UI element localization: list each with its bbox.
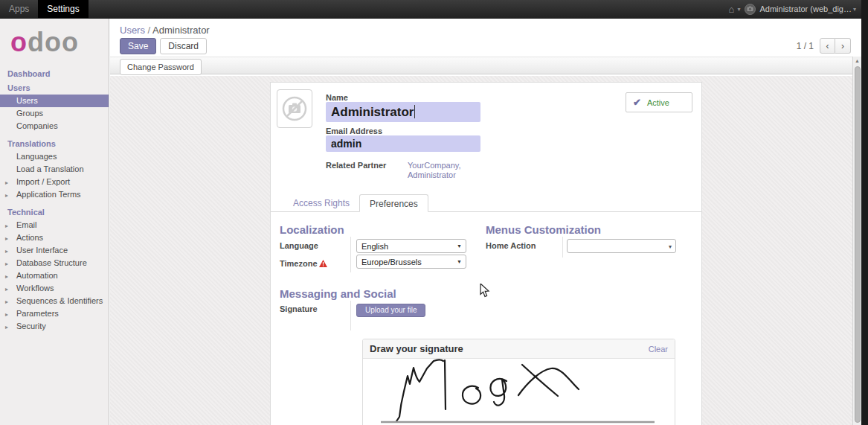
sidebar-item-dashboard[interactable]: Dashboard xyxy=(0,66,109,80)
menu-settings[interactable]: Settings xyxy=(38,0,88,18)
chevron-down-icon: ▾ xyxy=(669,243,672,250)
sidebar-section-translations[interactable]: Translations xyxy=(0,136,109,150)
chevron-right-icon: ▸ xyxy=(5,191,8,199)
scrollbar-thumb[interactable] xyxy=(855,66,861,423)
save-button[interactable]: Save xyxy=(120,38,156,54)
form-buttons: Save Discard xyxy=(120,38,207,54)
chevron-right-icon: ▸ xyxy=(5,323,8,331)
tab-preferences[interactable]: Preferences xyxy=(359,194,428,212)
chevron-right-icon: ▸ xyxy=(5,298,8,306)
sidebar-item-parameters[interactable]: ▸Parameters xyxy=(0,307,109,320)
sidebar-item-database-structure[interactable]: ▸Database Structure xyxy=(0,257,109,269)
sidebar-item-sequences-identifiers[interactable]: ▸Sequences & Identifiers xyxy=(0,295,109,307)
sidebar-item-application-terms[interactable]: ▸Application Terms xyxy=(0,188,109,201)
user-image-field[interactable] xyxy=(277,89,312,128)
systray: ⌂ ▾ Administrator (web_dig… ▾ xyxy=(729,0,868,18)
sidebar-item-user-interface[interactable]: ▸User Interface xyxy=(0,244,109,257)
user-menu[interactable]: Administrator (web_dig… xyxy=(759,4,852,13)
signature-label: Signature xyxy=(280,304,318,313)
chevron-right-icon: ▸ xyxy=(5,260,8,268)
email-input[interactable]: admin xyxy=(326,135,480,152)
upload-file-button[interactable]: Upload your file xyxy=(356,304,425,317)
form-view: Name Administrator Email Address admin R… xyxy=(110,76,861,425)
chevron-right-icon: ▸ xyxy=(5,285,8,293)
control-panel: Users / Administrator Save Discard 1 / 1… xyxy=(110,19,861,57)
timezone-select[interactable]: Europe/Brussels ▼ xyxy=(356,255,466,269)
text-cursor xyxy=(414,105,415,118)
name-label: Name xyxy=(326,93,348,102)
sidebar-item-email[interactable]: ▸Email xyxy=(0,219,109,231)
active-checkbox[interactable]: ✔ Active xyxy=(626,92,692,112)
related-partner-link[interactable]: YourCompany, Administrator xyxy=(408,161,479,180)
tab-access-rights[interactable]: Access Rights xyxy=(283,194,359,212)
warning-icon[interactable] xyxy=(319,257,327,270)
no-camera-icon xyxy=(281,95,308,122)
chevron-right-icon: ▸ xyxy=(5,310,8,319)
discard-button[interactable]: Discard xyxy=(160,38,207,54)
sidebar-item-companies[interactable]: Companies xyxy=(0,120,109,132)
name-input[interactable]: Administrator xyxy=(326,102,480,122)
top-menubar: Apps Settings ⌂ ▾ Administrator (web_dig… xyxy=(0,0,868,19)
pager-previous-button[interactable]: ‹ xyxy=(820,38,835,54)
chevron-right-icon: ▸ xyxy=(5,247,8,255)
select-arrow-icon: ▼ xyxy=(457,259,462,264)
app-window: Apps Settings ⌂ ▾ Administrator (web_dig… xyxy=(0,0,868,425)
sidebar-item-automation[interactable]: ▸Automation xyxy=(0,269,109,282)
group-separator xyxy=(350,237,351,272)
chevron-right-icon: ▸ xyxy=(5,234,8,243)
messaging-and-social-title: Messaging and Social xyxy=(280,287,396,300)
signature-panel-title: Draw your signature xyxy=(370,343,463,354)
notebook-tabs: Access Rights Preferences xyxy=(271,194,701,212)
sidebar-item-import-export[interactable]: ▸Import / Export xyxy=(0,176,109,188)
sidebar-menu: Dashboard Users Users Groups Companies T… xyxy=(0,66,109,333)
camera-icon xyxy=(747,6,753,12)
sidebar-section-users[interactable]: Users xyxy=(0,80,109,95)
signature-canvas[interactable] xyxy=(363,359,675,425)
menu-apps[interactable]: Apps xyxy=(0,0,38,18)
home-action-combo[interactable]: ▾ xyxy=(567,239,676,253)
signature-panel: Draw your signature Clear xyxy=(362,339,675,425)
main-area: Users / Administrator Save Discard 1 / 1… xyxy=(110,19,861,425)
sidebar-item-languages[interactable]: Languages xyxy=(0,150,109,163)
top-menu: Apps Settings xyxy=(0,0,89,18)
sidebar-item-load-a-translation[interactable]: Load a Translation xyxy=(0,163,109,176)
chevron-down-icon[interactable]: ▾ xyxy=(737,6,740,13)
form-sheet: Name Administrator Email Address admin R… xyxy=(270,82,702,425)
pager-count: 1 / 1 xyxy=(797,41,814,51)
related-partner-label: Related Partner xyxy=(326,161,386,170)
home-action-label: Home Action xyxy=(486,241,536,250)
select-arrow-icon: ▼ xyxy=(457,243,462,249)
odoo-logo: odoo xyxy=(0,19,109,66)
sidebar-item-users[interactable]: Users xyxy=(0,95,109,107)
language-label: Language xyxy=(280,241,318,250)
home-icon[interactable]: ⌂ xyxy=(729,4,735,15)
sidebar-item-groups[interactable]: Groups xyxy=(0,107,109,120)
chevron-down-icon[interactable]: ▾ xyxy=(853,6,856,13)
breadcrumb-separator: / xyxy=(148,25,151,36)
change-password-button[interactable]: Change Password xyxy=(120,59,202,75)
scroll-up-icon[interactable]: ▲ xyxy=(855,58,860,63)
clear-signature-link[interactable]: Clear xyxy=(649,345,668,354)
sidebar: odoo Dashboard Users Users Groups Compan… xyxy=(0,19,109,425)
pager: 1 / 1 ‹ › xyxy=(797,38,851,54)
timezone-label: Timezone xyxy=(280,259,318,268)
sidebar-item-actions[interactable]: ▸Actions xyxy=(0,231,109,244)
checkmark-icon: ✔ xyxy=(633,97,641,108)
chevron-right-icon: ▸ xyxy=(5,272,8,281)
avatar[interactable] xyxy=(745,4,756,15)
vertical-scrollbar[interactable]: ▲ xyxy=(852,57,861,425)
action-bar: Change Password xyxy=(110,57,861,74)
timezone-label-row: Timezone xyxy=(280,256,327,269)
sidebar-item-security[interactable]: ▸Security xyxy=(0,320,109,333)
pager-next-button[interactable]: › xyxy=(835,38,851,54)
breadcrumb: Users / Administrator xyxy=(120,25,210,36)
active-label: Active xyxy=(647,98,669,107)
chevron-right-icon: ▸ xyxy=(5,179,8,187)
menus-customization-title: Menus Customization xyxy=(486,223,601,236)
breadcrumb-users-link[interactable]: Users xyxy=(120,25,145,36)
group-separator xyxy=(562,237,563,258)
sidebar-section-technical[interactable]: Technical xyxy=(0,205,109,219)
group-separator xyxy=(350,301,351,330)
language-select[interactable]: English ▼ xyxy=(356,239,466,253)
sidebar-item-workflows[interactable]: ▸Workflows xyxy=(0,282,109,295)
